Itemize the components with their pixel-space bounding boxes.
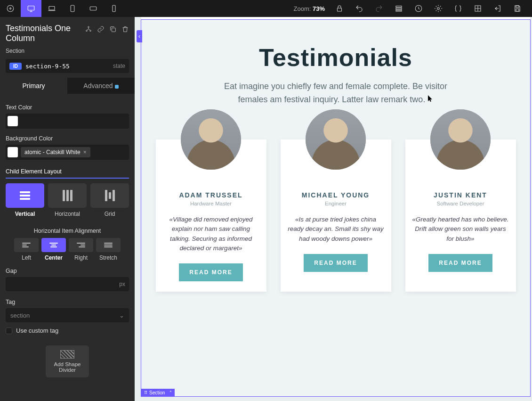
testimonial-card[interactable]: JUSTIN KENT Software Developer «Greatly … bbox=[405, 139, 516, 292]
svg-rect-2 bbox=[49, 7, 55, 10]
align-left-label: Left bbox=[14, 254, 39, 261]
collapse-sidebar-handle[interactable]: ‹ bbox=[137, 30, 142, 42]
align-center-label: Center bbox=[41, 254, 66, 261]
tree-icon[interactable] bbox=[85, 25, 92, 34]
tag-select[interactable]: section ⌄ bbox=[6, 308, 129, 322]
viewport-phone-button[interactable] bbox=[104, 0, 124, 17]
bg-color-field[interactable]: atomic - Catskill White × bbox=[6, 145, 129, 160]
add-shape-divider-button[interactable]: Add Shape Divider bbox=[46, 345, 89, 377]
avatar bbox=[181, 109, 241, 170]
viewport-tablet-button[interactable] bbox=[62, 0, 83, 17]
hero-subtitle-text: Eat imagine you chiefly few and female c… bbox=[224, 82, 447, 104]
settings-button[interactable] bbox=[428, 0, 448, 17]
selected-section-frame[interactable]: ‹ Testimonials Eat imagine you chiefly f… bbox=[141, 20, 530, 396]
laptop-icon bbox=[48, 4, 56, 13]
layout-section-label: Child Element Layout bbox=[6, 168, 129, 179]
person-role: Hardware Master bbox=[162, 201, 260, 206]
layout-grid-button[interactable] bbox=[90, 183, 129, 208]
save-button[interactable] bbox=[508, 0, 527, 17]
rows-icon bbox=[395, 4, 403, 13]
advanced-indicator-icon bbox=[115, 85, 119, 89]
zoom-indicator[interactable]: Zoom: 73% bbox=[294, 5, 325, 12]
tab-advanced[interactable]: Advanced bbox=[67, 78, 135, 94]
avatar bbox=[306, 109, 366, 170]
testimonial-card[interactable]: ADAM TRUSSEL Hardware Master «Village di… bbox=[156, 139, 266, 292]
exit-icon bbox=[493, 4, 502, 13]
person-quote: «Is at purse tried jokes china ready dec… bbox=[287, 215, 385, 244]
svg-rect-5 bbox=[113, 5, 115, 12]
redo-button[interactable] bbox=[369, 0, 389, 17]
code-button[interactable] bbox=[448, 0, 468, 17]
custom-tag-row[interactable]: Use custom tag bbox=[6, 327, 129, 334]
person-quote: «Greatly hearted has who believe. Drift … bbox=[412, 215, 509, 244]
state-link[interactable]: state bbox=[113, 63, 125, 69]
tab-primary[interactable]: Primary bbox=[0, 78, 67, 94]
shape-divider-label: Add Shape Divider bbox=[54, 361, 81, 373]
hero-title[interactable]: Testimonials bbox=[155, 43, 516, 72]
save-icon bbox=[513, 4, 522, 13]
bg-color-chip[interactable]: atomic - Catskill White × bbox=[21, 147, 90, 157]
grid-toggle-button[interactable] bbox=[468, 0, 488, 17]
person-name: ADAM TRUSSEL bbox=[162, 191, 260, 199]
history-button[interactable] bbox=[409, 0, 428, 17]
tag-label: Tag bbox=[6, 299, 129, 305]
read-more-button[interactable]: READ MORE bbox=[304, 254, 367, 272]
lock-button[interactable] bbox=[330, 0, 349, 17]
properties-sidebar: Testimonials One Column Section ID secti… bbox=[0, 17, 135, 401]
viewport-desktop-button[interactable] bbox=[21, 0, 41, 17]
svg-rect-13 bbox=[516, 9, 519, 11]
layout-horizontal-button[interactable] bbox=[48, 183, 87, 208]
read-more-button[interactable]: READ MORE bbox=[428, 254, 492, 272]
add-element-button[interactable] bbox=[0, 0, 21, 17]
gear-icon bbox=[434, 4, 443, 13]
align-stretch-button[interactable] bbox=[96, 238, 121, 252]
testimonial-cards: ADAM TRUSSEL Hardware Master «Village di… bbox=[155, 139, 516, 292]
read-more-button[interactable]: READ MORE bbox=[179, 263, 242, 281]
h-align-label: Horizontal Item Alignment bbox=[6, 228, 129, 234]
avatar bbox=[430, 109, 491, 170]
delete-icon[interactable] bbox=[121, 25, 129, 34]
shape-divider-icon bbox=[60, 350, 74, 359]
custom-tag-checkbox[interactable] bbox=[6, 327, 12, 334]
panel-title: Testimonials One Column bbox=[6, 24, 81, 43]
svg-rect-6 bbox=[338, 8, 342, 11]
hero-subtitle[interactable]: Eat imagine you chiefly few and female c… bbox=[223, 80, 449, 106]
svg-rect-7 bbox=[396, 6, 402, 8]
chevron-down-icon: ⌄ bbox=[119, 312, 124, 319]
undo-button[interactable] bbox=[349, 0, 369, 17]
section-breadcrumb-badge[interactable]: ⠿ Section ˄ bbox=[141, 389, 175, 396]
align-center-button[interactable] bbox=[41, 238, 66, 252]
top-toolbar: Zoom: 73% bbox=[0, 0, 532, 17]
exit-button[interactable] bbox=[488, 0, 508, 17]
plus-circle-icon bbox=[6, 4, 15, 13]
id-row[interactable]: ID section-9-55 state bbox=[6, 59, 129, 73]
svg-rect-1 bbox=[28, 6, 34, 10]
viewport-tablet-land-button[interactable] bbox=[83, 0, 104, 17]
svg-rect-3 bbox=[71, 5, 74, 12]
link-icon[interactable] bbox=[97, 25, 105, 34]
cursor-icon bbox=[427, 93, 433, 106]
align-stretch-label: Stretch bbox=[96, 254, 121, 261]
zoom-value: 73% bbox=[313, 5, 325, 12]
bg-color-label: Background Color bbox=[6, 135, 129, 142]
structure-button[interactable] bbox=[389, 0, 409, 17]
grid-icon bbox=[474, 4, 482, 13]
svg-point-14 bbox=[88, 26, 89, 28]
viewport-laptop-button[interactable] bbox=[41, 0, 62, 17]
svg-rect-17 bbox=[112, 28, 115, 32]
section-badge-label: Section bbox=[149, 390, 165, 395]
align-left-button[interactable] bbox=[14, 238, 39, 252]
layout-vertical-button[interactable] bbox=[6, 183, 44, 208]
align-right-button[interactable] bbox=[69, 238, 93, 252]
svg-rect-9 bbox=[396, 10, 402, 11]
duplicate-icon[interactable] bbox=[109, 25, 117, 34]
remove-bg-chip-icon[interactable]: × bbox=[83, 149, 87, 155]
bg-color-chip-label: atomic - Catskill White bbox=[24, 149, 81, 155]
canvas[interactable]: ‹ Testimonials Eat imagine you chiefly f… bbox=[135, 17, 532, 401]
text-color-field[interactable] bbox=[6, 114, 129, 129]
testimonial-card[interactable]: MICHAEL YOUNG Engineer «Is at purse trie… bbox=[281, 139, 391, 292]
person-name: MICHAEL YOUNG bbox=[287, 191, 385, 199]
gap-input-wrap[interactable]: px bbox=[6, 277, 129, 291]
text-color-label: Text Color bbox=[6, 104, 129, 111]
gap-input[interactable] bbox=[9, 281, 119, 288]
